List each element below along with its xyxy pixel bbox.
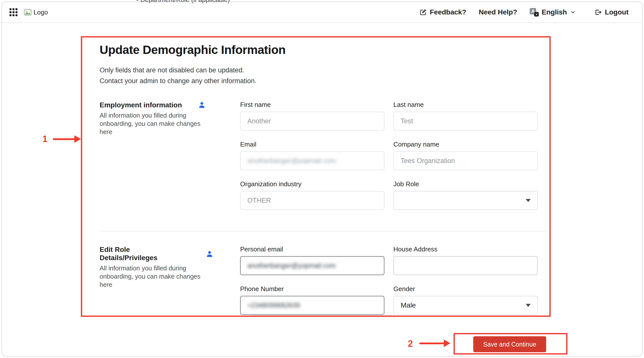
house-address-field: House Address bbox=[394, 246, 538, 275]
person-icon bbox=[206, 250, 214, 258]
broken-image-icon bbox=[24, 9, 32, 16]
company-name-field: Company name Tees Organization bbox=[394, 140, 538, 170]
language-selector[interactable]: A x English bbox=[530, 8, 576, 16]
email-field: Email anotherbanger@yopmail.com bbox=[240, 140, 384, 170]
phone-number-label: Phone Number bbox=[240, 285, 384, 292]
last-name-input: Test bbox=[394, 112, 538, 130]
phone-number-field: Phone Number +2348099682639 bbox=[240, 285, 384, 315]
personal-email-field: Personal email anotherbanger@yopmail.com bbox=[240, 246, 384, 275]
organization-industry-label: Organization industry bbox=[240, 180, 384, 188]
employment-section-header: Employment information All information y… bbox=[100, 101, 240, 210]
app-window: Logo Feedback? Need Help? A x bbox=[2, 2, 642, 356]
form-subtitle: Only fields that are not disabled can be… bbox=[100, 65, 552, 86]
feedback-label: Feedback? bbox=[430, 8, 466, 16]
dropdown-arrow-icon bbox=[526, 304, 531, 307]
logout-icon bbox=[594, 8, 602, 16]
cutoff-next-input bbox=[249, 315, 394, 318]
first-name-field: First name Another bbox=[240, 101, 384, 130]
subtitle-line-1: Only fields that are not disabled can be… bbox=[100, 65, 552, 76]
logout-label: Logout bbox=[605, 8, 628, 16]
page-title: Update Demographic Information bbox=[100, 44, 552, 56]
personal-email-label: Personal email bbox=[240, 246, 384, 253]
phone-number-blurred-value: +2348099682639 bbox=[247, 302, 300, 309]
apps-grid-icon[interactable] bbox=[10, 8, 18, 16]
company-name-label: Company name bbox=[394, 140, 538, 148]
role-details-section-header: Edit Role Details/Privileges All informa… bbox=[100, 246, 240, 315]
dropdown-arrow-icon bbox=[526, 199, 531, 202]
house-address-input[interactable] bbox=[394, 256, 538, 275]
person-icon bbox=[198, 101, 206, 109]
employment-description: All information you filled during onboar… bbox=[100, 111, 210, 136]
house-address-label: House Address bbox=[394, 246, 538, 253]
need-help-button[interactable]: Need Help? bbox=[479, 8, 517, 16]
demographic-form: Update Demographic Information Only fiel… bbox=[84, 40, 552, 318]
job-role-field: Job Role bbox=[394, 180, 538, 210]
cutoff-list-item: • Department/Role (if applicable) bbox=[136, 0, 230, 4]
role-details-description: All information you filled during onboar… bbox=[100, 264, 210, 289]
role-details-section: Edit Role Details/Privileges All informa… bbox=[100, 246, 552, 315]
role-details-heading: Edit Role Details/Privileges bbox=[100, 246, 162, 262]
gender-field: Gender Male bbox=[394, 285, 538, 315]
first-name-input: Another bbox=[240, 112, 384, 130]
first-name-label: First name bbox=[240, 101, 384, 108]
logo-alt-text: Logo bbox=[34, 8, 48, 16]
email-input: anotherbanger@yopmail.com bbox=[240, 151, 384, 170]
job-role-select[interactable] bbox=[394, 191, 538, 210]
employment-heading: Employment information bbox=[100, 101, 231, 109]
chevron-down-icon bbox=[570, 9, 576, 15]
feedback-edit-icon bbox=[419, 8, 427, 16]
employment-section: Employment information All information y… bbox=[100, 101, 552, 210]
nav-actions: Feedback? Need Help? A x English bbox=[419, 8, 628, 16]
last-name-label: Last name bbox=[394, 101, 538, 108]
employment-fields: First name Another Last name Test Email … bbox=[240, 101, 538, 210]
personal-email-input[interactable]: anotherbanger@yopmail.com bbox=[240, 256, 384, 275]
personal-email-blurred-value: anotherbanger@yopmail.com bbox=[247, 262, 336, 270]
feedback-button[interactable]: Feedback? bbox=[419, 8, 466, 16]
phone-number-input[interactable]: +2348099682639 bbox=[240, 296, 384, 315]
section-divider bbox=[100, 231, 547, 232]
language-label: English bbox=[542, 8, 567, 16]
email-label: Email bbox=[240, 140, 384, 148]
subtitle-line-2: Contact your admin to change any other i… bbox=[100, 76, 552, 86]
job-role-label: Job Role bbox=[394, 180, 538, 188]
gender-value: Male bbox=[401, 301, 416, 309]
last-name-field: Last name Test bbox=[394, 101, 538, 130]
email-blurred-value: anotherbanger@yopmail.com bbox=[247, 157, 336, 165]
logout-button[interactable]: Logout bbox=[594, 8, 628, 16]
organization-industry-field: Organization industry OTHER bbox=[240, 180, 384, 210]
translate-icon: A x bbox=[530, 8, 539, 16]
top-nav: Logo Feedback? Need Help? A x bbox=[2, 2, 642, 23]
organization-industry-input: OTHER bbox=[240, 191, 384, 210]
need-help-label: Need Help? bbox=[479, 8, 517, 16]
save-and-continue-button[interactable]: Save and Continue bbox=[473, 336, 546, 352]
role-details-fields: Personal email anotherbanger@yopmail.com… bbox=[240, 246, 538, 315]
gender-select[interactable]: Male bbox=[394, 296, 538, 315]
logo[interactable]: Logo bbox=[24, 8, 48, 16]
company-name-input: Tees Organization bbox=[394, 151, 538, 170]
gender-label: Gender bbox=[394, 285, 538, 292]
